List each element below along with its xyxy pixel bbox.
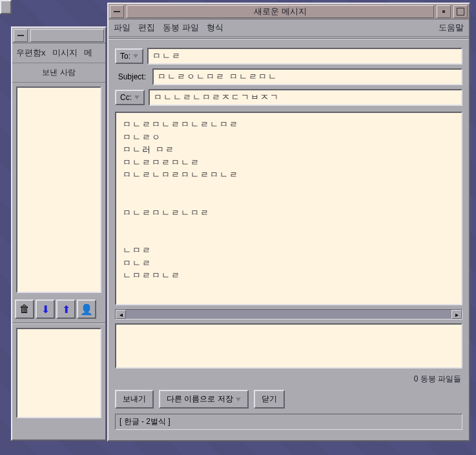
menu-attach[interactable]: 동봉 파일 <box>163 22 199 34</box>
arrow-down-icon[interactable]: ⬇ <box>36 299 55 319</box>
to-row: To: <box>109 46 469 66</box>
menu-format[interactable]: 형식 <box>207 22 223 34</box>
menu-help[interactable]: 도움말 <box>439 22 464 34</box>
to-input[interactable] <box>147 48 462 65</box>
menu-mailbox[interactable]: 우편함x <box>16 47 46 59</box>
body-h-scrollbar[interactable]: ◂ ▸ <box>115 309 462 319</box>
mailbox-preview[interactable] <box>16 328 101 418</box>
ime-statusbar: [ 한글 - 2벌식 ] <box>115 414 462 430</box>
send-button[interactable]: 보내기 <box>115 390 154 409</box>
message-body[interactable]: ㅁㄴㄹㅁㄴㄹㅁㄴㄹㄴㅁㄹ ㅁㄴㄹㅇ ㅁㄴ러 ㅁㄹ ㅁㄴㄹㅁㄹㅁㄴㄹ ㅁㄴㄹㄴㅁㄹ… <box>115 112 462 305</box>
compose-menubar: 파일 편집 동봉 파일 형식 도움말 <box>109 19 469 37</box>
maximize-icon[interactable] <box>453 5 468 18</box>
compose-window: 새로운 메시지 파일 편집 동봉 파일 형식 도움말 To: Subject: … <box>107 3 470 441</box>
chevron-down-icon <box>236 398 241 401</box>
mailbox-window: 우편함x 미시지 메 보낸 사람 🗑 ⬇ ⬆ 👤 <box>11 26 107 441</box>
scroll-track[interactable] <box>126 310 451 319</box>
scroll-left-icon[interactable]: ◂ <box>116 310 126 319</box>
mailbox-title <box>30 29 104 42</box>
bg-window-fragment <box>0 0 12 14</box>
attachments-status: 0 동봉 파일들 <box>109 372 469 386</box>
window-menu-icon[interactable] <box>14 29 28 42</box>
cc-row: Cc: <box>109 87 469 108</box>
cc-label-text: Cc: <box>120 93 132 102</box>
menu-file[interactable]: 파일 <box>114 22 130 34</box>
subject-row: Subject: <box>109 66 469 87</box>
subject-input[interactable] <box>152 68 462 85</box>
cc-label-button[interactable]: Cc: <box>115 90 145 105</box>
user-icon[interactable]: 👤 <box>77 299 96 319</box>
menu-edit[interactable]: 편집 <box>138 22 155 34</box>
arrow-up-icon[interactable]: ⬆ <box>56 299 76 319</box>
mailbox-menubar: 우편함x 미시지 메 <box>12 43 105 63</box>
save-as-button[interactable]: 다른 이름으로 저장 <box>159 390 249 409</box>
subject-label: Subject: <box>115 72 149 81</box>
chevron-down-icon <box>133 54 138 58</box>
mailbox-list[interactable] <box>16 86 101 293</box>
to-label-text: To: <box>120 52 130 61</box>
scroll-right-icon[interactable]: ▸ <box>451 310 462 319</box>
mailbox-toolbar: 🗑 ⬇ ⬆ 👤 <box>12 297 105 321</box>
compose-buttons: 보내기 다른 이름으로 저장 닫기 <box>109 386 469 412</box>
cc-input[interactable] <box>149 89 462 106</box>
compose-title: 새로운 메시지 <box>127 5 434 18</box>
mailbox-titlebar[interactable] <box>12 28 105 43</box>
window-menu-icon[interactable] <box>110 5 124 18</box>
menu-message[interactable]: 미시지 <box>52 47 78 59</box>
to-label-button[interactable]: To: <box>115 48 143 64</box>
trash-icon[interactable]: 🗑 <box>15 299 34 319</box>
minimize-icon[interactable] <box>437 5 451 18</box>
compose-titlebar[interactable]: 새로운 메시지 <box>109 4 469 19</box>
sender-column-header: 보낸 사람 <box>12 63 105 83</box>
close-button[interactable]: 닫기 <box>254 390 285 409</box>
menu-cut[interactable]: 메 <box>84 47 92 59</box>
attachments-area[interactable] <box>115 323 462 369</box>
chevron-down-icon <box>134 96 140 99</box>
